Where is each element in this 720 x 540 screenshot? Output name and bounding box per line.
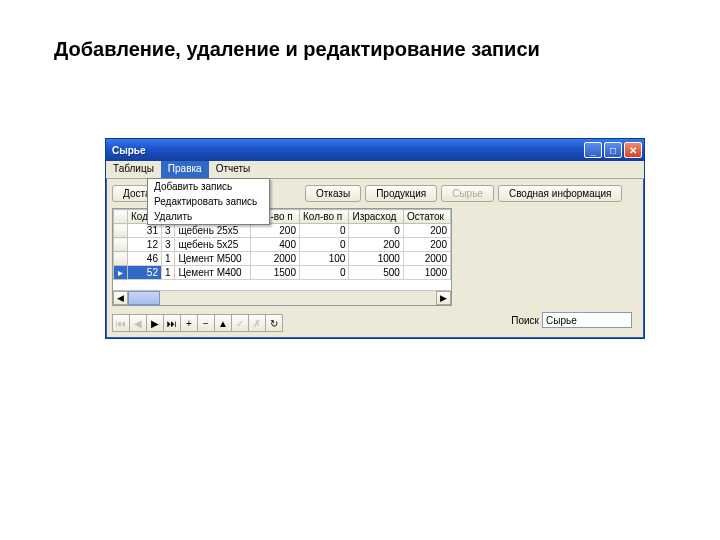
btn-raw[interactable]: Сырье bbox=[441, 185, 494, 202]
search-input[interactable] bbox=[542, 312, 632, 328]
scroll-track[interactable] bbox=[128, 291, 436, 305]
cell[interactable]: 3 bbox=[161, 238, 174, 252]
cell[interactable]: 200 bbox=[403, 238, 450, 252]
cell[interactable]: 52 bbox=[128, 266, 162, 280]
cell[interactable]: 1000 bbox=[403, 266, 450, 280]
close-button[interactable]: ✕ bbox=[624, 142, 642, 158]
cell[interactable]: 12 bbox=[128, 238, 162, 252]
cell[interactable]: 0 bbox=[299, 238, 348, 252]
nav-last[interactable]: ⏭ bbox=[163, 314, 181, 332]
maximize-button[interactable]: □ bbox=[604, 142, 622, 158]
menu-tables[interactable]: Таблицы bbox=[106, 161, 161, 178]
menu-reports[interactable]: Отчеты bbox=[209, 161, 258, 178]
row-marker[interactable] bbox=[114, 238, 128, 252]
cell[interactable]: 1 bbox=[161, 252, 174, 266]
cell[interactable]: 2000 bbox=[250, 252, 299, 266]
table-row[interactable]: ▸521Цемент M400150005001000 bbox=[114, 266, 451, 280]
table-row[interactable]: 123щебень 5x254000200200 bbox=[114, 238, 451, 252]
nav-edit[interactable]: ▲ bbox=[214, 314, 232, 332]
titlebar[interactable]: Сырье _ □ ✕ bbox=[106, 139, 644, 161]
cell[interactable]: щебень 5x25 bbox=[175, 238, 250, 252]
scroll-left-icon[interactable]: ◀ bbox=[113, 291, 128, 305]
cell[interactable]: 46 bbox=[128, 252, 162, 266]
cell[interactable]: 3 bbox=[161, 224, 174, 238]
minimize-button[interactable]: _ bbox=[584, 142, 602, 158]
row-marker[interactable] bbox=[114, 252, 128, 266]
menu-edit[interactable]: Правка bbox=[161, 161, 209, 178]
menu-edit-record[interactable]: Редактировать запись bbox=[148, 194, 269, 209]
menu-add-record[interactable]: Добавить запись bbox=[148, 179, 269, 194]
cell[interactable]: 200 bbox=[403, 224, 450, 238]
cell[interactable]: щебень 25x5 bbox=[175, 224, 250, 238]
close-icon: ✕ bbox=[629, 145, 637, 156]
cell[interactable]: 1500 bbox=[250, 266, 299, 280]
minimize-icon: _ bbox=[590, 145, 596, 156]
btn-products[interactable]: Продукция bbox=[365, 185, 437, 202]
row-marker[interactable] bbox=[114, 224, 128, 238]
cell[interactable]: 1 bbox=[161, 266, 174, 280]
table-row[interactable]: 313щебень 25x520000200 bbox=[114, 224, 451, 238]
slide-title: Добавление, удаление и редактирование за… bbox=[0, 0, 720, 61]
cell[interactable]: 0 bbox=[299, 224, 348, 238]
row-marker[interactable]: ▸ bbox=[114, 266, 128, 280]
cell[interactable]: 500 bbox=[349, 266, 403, 280]
edit-menu-dropdown: Добавить запись Редактировать запись Уда… bbox=[147, 178, 270, 225]
nav-post[interactable]: ✓ bbox=[231, 314, 249, 332]
nav-delete[interactable]: − bbox=[197, 314, 215, 332]
cell[interactable]: 31 bbox=[128, 224, 162, 238]
search-label: Поиск bbox=[511, 315, 539, 326]
nav-refresh[interactable]: ↻ bbox=[265, 314, 283, 332]
maximize-icon: □ bbox=[610, 145, 616, 156]
col-header[interactable]: Остаток bbox=[403, 210, 450, 224]
nav-next[interactable]: ▶ bbox=[146, 314, 164, 332]
cell[interactable]: 0 bbox=[349, 224, 403, 238]
btn-refusals[interactable]: Отказы bbox=[305, 185, 361, 202]
scroll-right-icon[interactable]: ▶ bbox=[436, 291, 451, 305]
nav-add[interactable]: + bbox=[180, 314, 198, 332]
cell[interactable]: 200 bbox=[349, 238, 403, 252]
btn-summary[interactable]: Сводная информация bbox=[498, 185, 623, 202]
app-window: Сырье _ □ ✕ Таблицы Правка Отчеты Достав… bbox=[105, 138, 645, 339]
window-title: Сырье bbox=[112, 145, 582, 156]
cell[interactable]: 200 bbox=[250, 224, 299, 238]
col-header[interactable]: Израсход bbox=[349, 210, 403, 224]
cell[interactable]: 1000 bbox=[349, 252, 403, 266]
cell[interactable]: 100 bbox=[299, 252, 348, 266]
nav-first[interactable]: ⏮ bbox=[112, 314, 130, 332]
search-area: Поиск bbox=[511, 312, 632, 328]
horizontal-scrollbar[interactable]: ◀ ▶ bbox=[113, 290, 451, 305]
menubar: Таблицы Правка Отчеты bbox=[106, 161, 644, 179]
nav-cancel[interactable]: ✗ bbox=[248, 314, 266, 332]
nav-prev[interactable]: ◀ bbox=[129, 314, 147, 332]
cell[interactable]: Цемент M400 bbox=[175, 266, 250, 280]
scroll-thumb[interactable] bbox=[128, 291, 160, 305]
cell[interactable]: 0 bbox=[299, 266, 348, 280]
cell[interactable]: 2000 bbox=[403, 252, 450, 266]
col-header[interactable]: Кол-во п bbox=[299, 210, 348, 224]
corner-cell[interactable] bbox=[114, 210, 128, 224]
cell[interactable]: Цемент M500 bbox=[175, 252, 250, 266]
menu-delete-record[interactable]: Удалить bbox=[148, 209, 269, 224]
cell[interactable]: 400 bbox=[250, 238, 299, 252]
table-row[interactable]: 461Цемент M500200010010002000 bbox=[114, 252, 451, 266]
